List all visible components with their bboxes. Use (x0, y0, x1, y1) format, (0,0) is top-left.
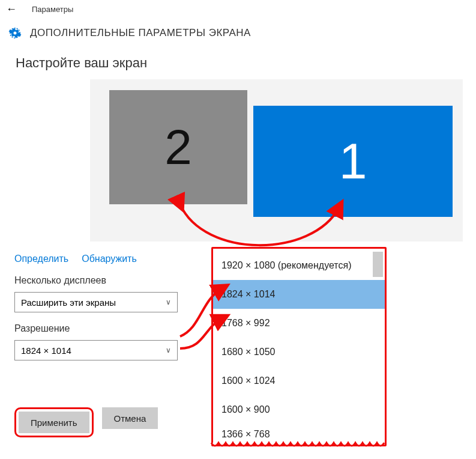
resolution-option[interactable]: 1680 × 1050 (213, 338, 385, 366)
multiple-displays-value: Расширить эти экраны (21, 297, 116, 308)
resolution-option[interactable]: 1600 × 1024 (213, 366, 385, 395)
scrollbar[interactable] (373, 252, 383, 277)
window-titlebar: ← Параметры (0, 0, 476, 18)
section-title: Настройте ваш экран (0, 49, 476, 79)
apply-button[interactable]: Применить (19, 412, 89, 433)
resolution-option[interactable]: 1920 × 1080 (рекомендуется) (213, 251, 385, 280)
page-header: ДОПОЛНИТЕЛЬНЫЕ ПАРАМЕТРЫ ЭКРАНА (0, 18, 476, 49)
resolution-select[interactable]: 1824 × 1014 ∨ (14, 340, 178, 360)
svg-point-1 (13, 31, 17, 35)
multiple-displays-select[interactable]: Расширить эти экраны ∨ (14, 292, 178, 312)
detect-link[interactable]: Обнаружить (82, 254, 137, 264)
cancel-button[interactable]: Отмена (102, 407, 158, 429)
back-arrow-icon[interactable]: ← (6, 3, 17, 16)
gear-icon (8, 26, 22, 40)
monitor-1-selected[interactable]: 1 (253, 106, 453, 217)
resolution-option[interactable]: 1366 × 768 (213, 424, 385, 445)
resolution-option-selected[interactable]: 1824 × 1014 (213, 280, 385, 309)
annotation-highlight-apply: Применить (14, 407, 94, 437)
chevron-down-icon: ∨ (166, 298, 171, 306)
resolution-option[interactable]: 1768 × 992 (213, 309, 385, 338)
resolution-option[interactable]: 1600 × 900 (213, 395, 385, 424)
monitor-2[interactable]: 2 (109, 90, 247, 204)
action-buttons: Применить Отмена (14, 407, 158, 437)
identify-link[interactable]: Определить (14, 254, 68, 264)
resolution-value: 1824 × 1014 (21, 345, 71, 356)
chevron-down-icon: ∨ (166, 346, 171, 354)
display-arrangement-panel[interactable]: 2 1 (90, 79, 463, 242)
page-title: ДОПОЛНИТЕЛЬНЫЕ ПАРАМЕТРЫ ЭКРАНА (30, 27, 251, 39)
window-title: Параметры (32, 5, 73, 14)
resolution-dropdown-popup[interactable]: 1920 × 1080 (рекомендуется) 1824 × 1014 … (211, 247, 387, 446)
